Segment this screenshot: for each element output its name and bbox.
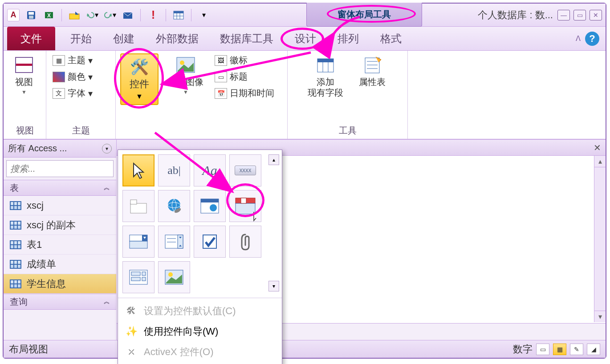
help-button[interactable]: ? (585, 32, 599, 46)
navpane-item[interactable]: 成绩单 (4, 255, 116, 274)
navpane-search-input[interactable] (6, 160, 114, 177)
close-button[interactable]: ✕ (590, 10, 602, 20)
logo-button[interactable]: 🖼徽标 (213, 53, 276, 67)
ribbon: 视图 ▼ 视图 ▦主题 ▾ 颜色 ▾ 文字体 ▾ 主题 🛠️ 控件 (4, 51, 606, 140)
scroll-down-icon[interactable]: ▾ (594, 311, 606, 322)
quick-edit-icon[interactable] (67, 8, 81, 22)
datetime-button[interactable]: 📅日期和时间 (213, 86, 276, 100)
svg-rect-40 (203, 235, 216, 248)
title-icon: ▭ (215, 72, 227, 82)
table-icon (10, 279, 21, 288)
statusbar-view-label: 布局视图 (9, 343, 48, 356)
control-combobox[interactable] (122, 226, 155, 258)
navpane-section-tables[interactable]: 表︽ (4, 180, 116, 196)
minimize-button[interactable]: ― (557, 10, 570, 20)
gallery-scroll-up[interactable]: ▴ (268, 154, 279, 165)
mail-icon[interactable] (121, 8, 135, 22)
svg-rect-32 (241, 198, 246, 203)
navigation-pane: 所有 Access ... ▾ 表︽ xscj xscj 的副本 表1 成绩单 … (4, 140, 117, 340)
redo-icon[interactable]: ▾ (103, 8, 117, 22)
tab-create[interactable]: 创建 (102, 27, 145, 50)
control-image[interactable] (158, 261, 190, 293)
logo-icon: 🖼 (215, 55, 227, 66)
navpane-section-queries[interactable]: 查询︽ (4, 294, 116, 310)
control-webbrowser[interactable] (194, 190, 226, 222)
svg-point-13 (180, 61, 184, 65)
svg-rect-42 (131, 272, 140, 275)
title-button[interactable]: ▭标题 (213, 70, 276, 84)
contextual-tab-group: 窗体布局工具 (306, 3, 422, 27)
insert-image-button[interactable]: 插入图像 ▼ (165, 53, 207, 97)
restore-button[interactable]: ▭ (573, 10, 586, 20)
layout-view-button[interactable]: ▦ (553, 344, 566, 355)
tab-design[interactable]: 设计 (284, 27, 327, 50)
control-hyperlink[interactable] (158, 190, 190, 222)
qat-customize-icon[interactable]: ▾ (197, 8, 211, 22)
svg-point-29 (210, 204, 217, 211)
table-icon (10, 221, 21, 230)
navpane-header[interactable]: 所有 Access ... ▾ (4, 140, 116, 158)
tools-icon: 🛠 (125, 305, 138, 317)
control-label[interactable]: Aa (194, 154, 226, 186)
themes-button[interactable]: ▦主题 ▾ (51, 53, 94, 67)
colors-button[interactable]: 颜色 ▾ (51, 70, 94, 84)
menu-use-wizard[interactable]: ✨ 使用控件向导(W) (118, 321, 282, 342)
control-subform[interactable] (122, 261, 155, 293)
controls-gallery-button[interactable]: 🛠️ 控件 ▼ (120, 53, 159, 105)
menu-activex[interactable]: ⤫ ActiveX 控件(O) (118, 342, 282, 362)
datetime-icon: 📅 (215, 88, 227, 99)
control-attachment[interactable] (229, 226, 261, 258)
controls-gallery-popup: ab| Aa XXXX ▴ ▾ 🛠 设置为控件默认值(C) ✨ (118, 150, 282, 364)
control-tab[interactable] (122, 190, 155, 222)
save-icon[interactable] (24, 8, 38, 22)
navpane-item[interactable]: xscj (4, 196, 116, 215)
add-existing-fields-button[interactable]: 添加 现有字段 (303, 53, 348, 100)
svg-rect-44 (131, 277, 140, 281)
scroll-up-icon[interactable]: ▴ (594, 156, 606, 167)
navpane-item[interactable]: xscj 的副本 (4, 215, 116, 235)
form-view-button[interactable]: ▭ (536, 344, 549, 355)
group-label-view: 视图 (8, 124, 41, 138)
ribbon-tabs: 文件 开始 创建 外部数据 数据库工具 设计 排列 格式 ᐱ ? (4, 27, 606, 51)
tab-home[interactable]: 开始 (60, 27, 102, 50)
tab-file[interactable]: 文件 (7, 27, 55, 50)
svg-rect-8 (174, 11, 183, 13)
control-button[interactable]: XXXX (229, 154, 261, 186)
view-button[interactable]: 视图 ▼ (8, 53, 40, 97)
property-sheet-button[interactable]: 属性表 (352, 53, 392, 89)
control-listbox[interactable] (158, 226, 190, 258)
app-icon: A (7, 9, 20, 21)
table-icon (10, 201, 21, 210)
activex-icon: ⤫ (125, 346, 138, 358)
chevron-down-icon[interactable]: ▾ (102, 144, 112, 154)
gallery-scroll-down[interactable]: ▾ (268, 281, 279, 291)
control-checkbox[interactable] (194, 226, 226, 258)
design-view-button[interactable]: ✎ (570, 344, 583, 355)
more-view-button[interactable]: ◢ (587, 344, 600, 355)
control-navigation[interactable] (229, 190, 261, 222)
menu-set-default[interactable]: 🛠 设置为控件默认值(C) (118, 301, 282, 321)
tab-database-tools[interactable]: 数据库工具 (209, 27, 284, 50)
tools-icon: 🛠️ (130, 58, 149, 76)
document-close-button[interactable]: ✕ (594, 142, 601, 153)
control-select[interactable] (122, 154, 155, 186)
vertical-scrollbar[interactable]: ▴ ▾ (594, 156, 606, 322)
svg-rect-18 (365, 58, 379, 73)
group-label-tools: 工具 (292, 124, 403, 138)
undo-icon[interactable]: ▾ (85, 8, 99, 22)
navpane-item[interactable]: 表1 (4, 235, 116, 255)
navpane-item[interactable]: 学生信息 (4, 274, 116, 294)
tab-arrange[interactable]: 排列 (327, 27, 370, 50)
group-label-themes: 主题 (51, 124, 111, 138)
control-textbox[interactable]: ab| (158, 154, 190, 186)
view-icon (15, 57, 33, 73)
datasheet-icon[interactable] (171, 8, 186, 22)
tab-format[interactable]: 格式 (370, 27, 412, 50)
alert-icon[interactable]: ! (146, 8, 160, 22)
ribbon-collapse-icon[interactable]: ᐱ (576, 34, 581, 43)
fonts-button[interactable]: 文字体 ▾ (51, 86, 94, 100)
colors-icon (53, 72, 65, 82)
tab-external-data[interactable]: 外部数据 (145, 27, 209, 50)
svg-rect-2 (29, 16, 33, 19)
excel-export-icon[interactable]: X (42, 8, 56, 22)
